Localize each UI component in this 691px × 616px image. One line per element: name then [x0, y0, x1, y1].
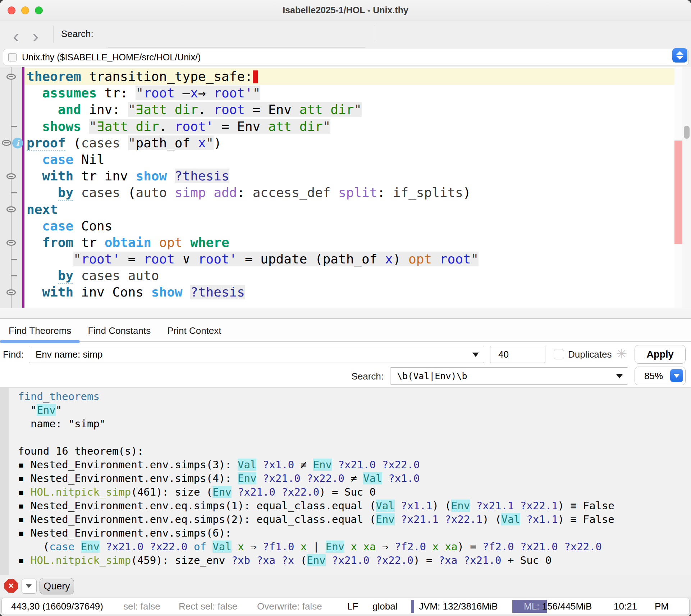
code-line[interactable]: case Cons [24, 218, 674, 234]
text-editor[interactable]: i theorem transition_type_safe: assumes … [0, 67, 691, 308]
code-line[interactable]: assumes tr: "root —x→ root'" [24, 85, 674, 101]
jvm-memory-fill [411, 600, 414, 613]
output-line: (case Env ?x21.0 ?x22.0 of Val x ⇒ ?f1.0… [18, 540, 680, 553]
edit-mode: global [372, 598, 397, 615]
code-line[interactable]: from tr obtain opt where [24, 234, 674, 251]
output-line: ▪ Nested_Environment.env.simps(6): [18, 526, 680, 540]
active-tab-indicator [0, 340, 80, 343]
error-overview-marker[interactable] [674, 141, 682, 244]
apply-button[interactable]: Apply [635, 345, 686, 364]
app-window: Isabelle2025-1/HOL - Unix.thy ‹ › Search… [0, 0, 691, 616]
history-back-icon[interactable]: ‹ [13, 22, 19, 51]
tab-strip: Find TheoremsFind ConstantsPrint Context [0, 319, 691, 343]
duplicates-checkbox[interactable] [554, 349, 564, 359]
fold-marker-icon[interactable] [6, 74, 16, 80]
chevron-up-icon [676, 51, 683, 55]
buffer-path: Unix.thy ($ISABELLE_HOME/src/HOL/Unix/) [22, 49, 201, 65]
incremental-search-label: Search: [61, 28, 93, 40]
jvm-memory-widget[interactable]: JVM: 132/3816MiB [411, 600, 504, 613]
rect-selection-status: Rect sel: false [179, 598, 237, 615]
jvm-memory-label: JVM: 132/3816MiB [419, 600, 498, 613]
find-query-value: Env name: simp [36, 346, 468, 363]
chevron-down-icon [676, 56, 683, 60]
zoom-dropdown-button[interactable] [670, 369, 683, 382]
clock-time: 10:21 [614, 598, 637, 615]
output-search-label: Search: [348, 371, 384, 382]
output-line: ▪ Nested_Environment.env.eq.simps(1): eq… [18, 499, 680, 512]
caret-position[interactable]: 443,30 (16609/37649) [11, 598, 103, 615]
code-line[interactable]: by cases (auto simp add: access_def spli… [24, 184, 674, 201]
find-query-input[interactable]: Env name: simp [29, 346, 484, 363]
output-search-value: \b(Val|Env)\b [397, 368, 612, 384]
code-line[interactable]: with inv Cons show ?thesis [24, 284, 674, 300]
scrollbar-thumb[interactable] [684, 126, 690, 139]
code-line[interactable]: next [24, 201, 674, 218]
fold-marker-icon[interactable] [6, 240, 16, 246]
find-label: Find: [3, 349, 24, 360]
tab-print-context[interactable]: Print Context [167, 319, 221, 343]
ml-memory-label: ML: 156/445MiB [524, 600, 592, 613]
search-toolbar: ‹ › Search: Ignore caseRegular expressio… [0, 20, 691, 47]
output-line: ▪ Nested_Environment.env.simps(4): Env ?… [18, 472, 680, 485]
buffer-selector[interactable]: Unix.thy ($ISABELLE_HOME/src/HOL/Unix/) [3, 49, 689, 65]
fold-marker-icon[interactable] [6, 289, 16, 295]
toolbar-divider [374, 26, 374, 43]
editor-horizontal-scrollbar[interactable] [0, 308, 691, 319]
code-line[interactable]: shows "∃att dir. root' = Env att dir" [24, 118, 674, 135]
ml-label-head: ML: [524, 601, 539, 612]
toolbar-divider [53, 26, 54, 43]
error-overview-strip [674, 67, 682, 308]
stop-button[interactable]: ✕ [4, 579, 18, 593]
result-limit-input[interactable]: 40 [490, 346, 545, 363]
code-line[interactable]: proof (cases "path_of x") [24, 135, 674, 151]
output-line: name: "simp" [18, 417, 680, 431]
find-theorems-output[interactable]: find_theorems "Env" name: "simp"found 16… [0, 387, 691, 575]
overwrite-status: Overwrite: false [257, 598, 322, 615]
clock-ampm: PM [655, 598, 669, 615]
buffer-bar: Unix.thy ($ISABELLE_HOME/src/HOL/Unix/) [0, 47, 691, 67]
find-row: Find: Env name: simp 40 Duplicates ✳ App… [0, 344, 691, 364]
line-separator: LF [347, 598, 358, 615]
status-field: 443,30 (16609/37649) sel: false Rect sel… [1, 598, 690, 615]
chevron-down-icon[interactable] [616, 374, 623, 378]
tab-find-theorems[interactable]: Find Theorems [9, 319, 71, 343]
output-line: ▪ Nested_Environment.env.simps(3): Val ?… [18, 458, 680, 472]
fold-marker-icon[interactable] [6, 173, 16, 179]
query-panel-tabs: Find TheoremsFind ConstantsPrint Context [0, 318, 691, 345]
code-line[interactable]: by cases auto [24, 267, 674, 284]
info-icon[interactable]: i [12, 138, 23, 148]
result-limit-value: 40 [498, 346, 509, 363]
busy-spinner-icon: ✳ [616, 346, 627, 362]
zoom-value: 85% [644, 367, 663, 385]
output-line: find_theorems [18, 390, 680, 403]
fold-guide-line [11, 67, 12, 308]
code-area[interactable]: theorem transition_type_safe: assumes tr… [24, 68, 674, 301]
fold-tick-icon [11, 126, 17, 127]
output-search-input[interactable]: \b(Val|Env)\b [390, 367, 628, 385]
editor-vertical-scrollbar[interactable] [682, 67, 691, 308]
output-line [18, 431, 680, 444]
code-line[interactable]: case Nil [24, 151, 674, 168]
ml-memory-widget[interactable]: ML: 156/445MiB [512, 600, 600, 613]
query-dropdown-button[interactable] [22, 579, 37, 594]
status-bar: 443,30 (16609/37649) sel: false Rect sel… [0, 597, 691, 616]
buffer-switch-stepper[interactable] [672, 48, 687, 63]
fold-marker-icon[interactable] [6, 206, 16, 212]
query-button[interactable]: Query [40, 578, 74, 594]
history-forward-icon[interactable]: › [32, 22, 38, 51]
code-line[interactable]: with tr inv show ?thesis [24, 168, 674, 184]
code-line[interactable]: and inv: "∃att dir. root = Env att dir" [24, 101, 674, 118]
tab-find-constants[interactable]: Find Constants [88, 319, 151, 343]
zoom-control[interactable]: 85% [635, 367, 686, 385]
editor-gutter[interactable]: i [0, 67, 24, 308]
output-lines: find_theorems "Env" name: "simp"found 16… [18, 390, 680, 567]
output-line: "Env" [18, 403, 680, 417]
text-cursor [253, 70, 258, 83]
code-line[interactable]: theorem transition_type_safe: [24, 68, 674, 85]
fold-marker-icon[interactable] [2, 140, 11, 146]
code-line[interactable]: "root' = root ∨ root' = update (path_of … [24, 251, 674, 267]
output-line: ▪ HOL.nitpick_simp(459): size_env ?xb ?x… [18, 553, 680, 567]
chevron-down-icon[interactable] [472, 353, 479, 357]
window-title: Isabelle2025-1/HOL - Unix.thy [0, 0, 691, 20]
output-line: ▪ Nested_Environment.env.eq.simps(2): eq… [18, 512, 680, 526]
